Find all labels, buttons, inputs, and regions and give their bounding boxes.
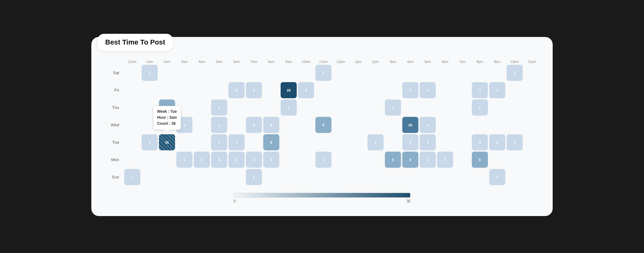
grid-cell[interactable]: 2 — [507, 65, 523, 81]
grid-cell[interactable] — [524, 169, 540, 185]
grid-cell[interactable] — [298, 152, 314, 168]
grid-cell[interactable] — [333, 152, 349, 168]
grid-cell[interactable] — [489, 152, 505, 168]
grid-cell[interactable]: 2 — [489, 169, 505, 185]
grid-cell[interactable] — [159, 117, 175, 133]
grid-cell[interactable] — [350, 65, 366, 81]
grid-cell[interactable]: 1 — [211, 134, 227, 150]
grid-cell[interactable] — [368, 82, 384, 98]
grid-cell[interactable] — [124, 82, 140, 98]
grid-cell[interactable]: 2 — [368, 134, 384, 150]
grid-cell[interactable] — [507, 117, 523, 133]
grid-cell[interactable]: 1 — [228, 134, 245, 150]
grid-cell[interactable]: 3 — [194, 152, 210, 168]
grid-cell[interactable]: 36 Week : Tue Hour : 3am Count : 36 — [159, 134, 175, 150]
grid-cell[interactable] — [385, 169, 401, 185]
grid-cell[interactable]: 1 — [472, 99, 488, 116]
grid-cell[interactable] — [228, 169, 245, 185]
grid-cell[interactable] — [385, 65, 401, 81]
grid-cell[interactable] — [246, 134, 262, 150]
grid-cell[interactable] — [124, 134, 140, 150]
grid-cell[interactable]: 3 — [263, 117, 279, 133]
grid-cell[interactable]: 1 — [281, 99, 297, 116]
grid-cell[interactable] — [472, 117, 488, 133]
grid-cell[interactable] — [472, 169, 488, 185]
grid-cell[interactable] — [350, 169, 366, 185]
grid-cell[interactable] — [194, 65, 210, 81]
grid-cell[interactable] — [333, 65, 349, 81]
grid-cell[interactable] — [246, 99, 262, 116]
grid-cell[interactable] — [454, 99, 471, 116]
grid-cell[interactable]: 8 — [263, 134, 279, 150]
grid-cell[interactable] — [333, 117, 349, 133]
grid-cell[interactable] — [194, 117, 210, 133]
grid-cell[interactable]: 2 — [246, 82, 262, 98]
grid-cell[interactable] — [489, 65, 505, 81]
grid-cell[interactable] — [350, 117, 366, 133]
grid-cell[interactable] — [298, 65, 314, 81]
grid-cell[interactable]: 1 — [176, 117, 192, 133]
grid-cell[interactable] — [228, 99, 245, 116]
grid-cell[interactable] — [368, 65, 384, 81]
grid-cell[interactable] — [454, 152, 471, 168]
grid-cell[interactable] — [315, 82, 331, 98]
grid-cell[interactable]: 2 — [315, 65, 331, 81]
grid-cell[interactable] — [368, 117, 384, 133]
grid-cell[interactable]: 8 — [402, 152, 418, 168]
grid-cell[interactable] — [194, 82, 210, 98]
grid-cell[interactable]: 7 — [159, 99, 175, 116]
grid-cell[interactable] — [454, 169, 471, 185]
grid-cell[interactable] — [437, 134, 453, 150]
grid-cell[interactable] — [507, 82, 523, 98]
grid-cell[interactable] — [142, 169, 158, 185]
grid-cell[interactable]: 5 — [228, 152, 245, 168]
grid-cell[interactable]: 1 — [385, 99, 401, 116]
grid-cell[interactable] — [263, 65, 279, 81]
grid-cell[interactable] — [246, 65, 262, 81]
grid-cell[interactable] — [263, 82, 279, 98]
grid-cell[interactable] — [402, 99, 418, 116]
grid-cell[interactable]: 3 — [472, 134, 488, 150]
grid-cell[interactable] — [298, 134, 314, 150]
grid-cell[interactable] — [524, 117, 540, 133]
grid-cell[interactable] — [437, 117, 453, 133]
grid-cell[interactable] — [176, 134, 192, 150]
grid-cell[interactable] — [454, 117, 471, 133]
grid-cell[interactable] — [333, 99, 349, 116]
grid-cell[interactable] — [142, 152, 158, 168]
grid-cell[interactable] — [124, 99, 140, 116]
grid-cell[interactable] — [298, 99, 314, 116]
grid-cell[interactable] — [315, 134, 331, 150]
grid-cell[interactable] — [263, 99, 279, 116]
grid-cell[interactable]: 2 — [142, 134, 158, 150]
grid-cell[interactable]: 6 — [385, 152, 401, 168]
grid-cell[interactable] — [194, 169, 210, 185]
grid-cell[interactable]: 5 — [211, 152, 227, 168]
grid-cell[interactable] — [211, 65, 227, 81]
grid-cell[interactable] — [350, 134, 366, 150]
grid-cell[interactable] — [333, 134, 349, 150]
grid-cell[interactable]: 2 — [489, 134, 505, 150]
grid-cell[interactable] — [350, 99, 366, 116]
grid-cell[interactable] — [437, 99, 453, 116]
grid-cell[interactable] — [124, 65, 140, 81]
grid-cell[interactable] — [524, 65, 540, 81]
grid-cell[interactable] — [420, 169, 436, 185]
grid-cell[interactable] — [437, 169, 453, 185]
grid-cell[interactable]: 3 — [472, 82, 488, 98]
grid-cell[interactable]: 3 — [420, 134, 436, 150]
grid-cell[interactable]: 1 — [315, 152, 331, 168]
grid-cell[interactable]: 1 — [507, 134, 523, 150]
grid-cell[interactable]: 1 — [124, 169, 140, 185]
grid-cell[interactable]: 1 — [211, 117, 227, 133]
grid-cell[interactable] — [385, 134, 401, 150]
grid-cell[interactable]: 1 — [420, 117, 436, 133]
grid-cell[interactable] — [524, 99, 540, 116]
grid-cell[interactable] — [142, 117, 158, 133]
grid-cell[interactable] — [507, 152, 523, 168]
grid-cell[interactable] — [159, 152, 175, 168]
grid-cell[interactable]: 26 — [402, 117, 418, 133]
grid-cell[interactable] — [315, 169, 331, 185]
grid-cell[interactable] — [281, 152, 297, 168]
grid-cell[interactable] — [263, 169, 279, 185]
